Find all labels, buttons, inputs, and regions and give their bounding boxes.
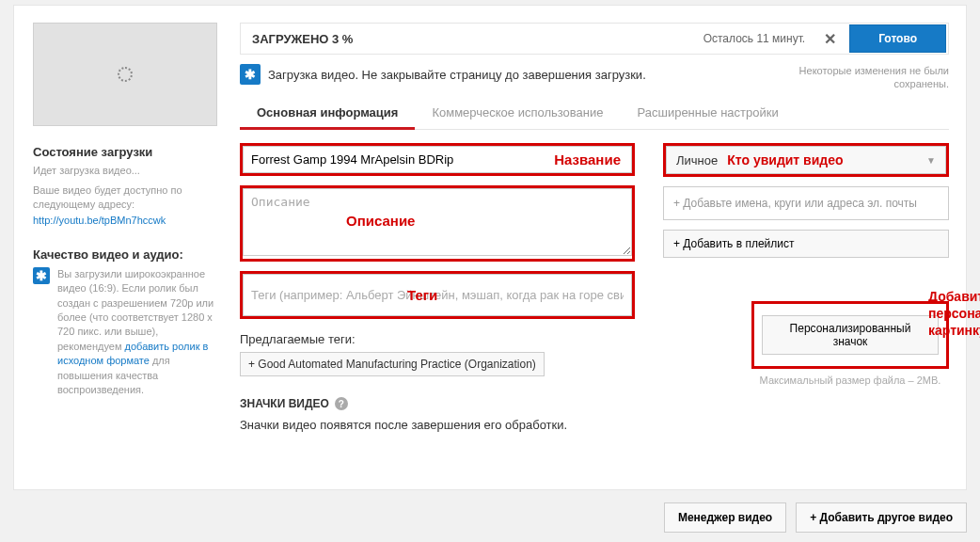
video-url-link[interactable]: http://youtu.be/tpBMn7hccwk [33, 215, 166, 226]
max-file-size: Максимальный размер файла – 2MB. [751, 375, 949, 386]
tab-basic[interactable]: Основная информация [240, 98, 415, 130]
video-url-intro: Ваше видео будет доступно по следующему … [33, 183, 217, 213]
upload-progress-bar: ЗАГРУЖЕНО 3 % Осталось 11 минут. ✕ Готов… [240, 23, 949, 55]
tags-annotation-box: Теги [240, 271, 635, 319]
upload-status-heading: Состояние загрузки [33, 145, 217, 159]
privacy-annotation-box: Личное Кто увидит видео ▼ [663, 143, 949, 177]
help-icon[interactable]: ? [335, 397, 348, 410]
upload-percent: ЗАГРУЖЕНО 3 % [252, 32, 703, 46]
description-annotation-box: Описание [240, 185, 635, 262]
loading-spinner-icon [118, 67, 133, 82]
upload-status-text: Идет загрузка видео... [33, 165, 217, 176]
quality-text: Вы загрузили широкоэкранное видео (16:9)… [57, 267, 217, 398]
uploading-message: Загрузка видео. Не закрывайте страницу д… [268, 68, 646, 82]
tab-advanced[interactable]: Расширенные настройки [621, 98, 796, 129]
left-sidebar: Состояние загрузки Идет загрузка видео..… [33, 23, 217, 432]
chevron-down-icon: ▼ [926, 155, 936, 166]
close-icon[interactable]: ✕ [818, 28, 842, 50]
custom-thumb-annotation-label: Добавить персональную картинку [928, 288, 980, 340]
thumbnails-subtext: Значки видео появятся после завершения е… [240, 418, 635, 432]
share-input[interactable]: + Добавьте имена, круги или адреса эл. п… [663, 186, 949, 220]
tab-commercial[interactable]: Коммерческое использование [415, 98, 620, 129]
done-button[interactable]: Готово [849, 24, 946, 53]
quality-heading: Качество видео и аудио: [33, 247, 217, 262]
privacy-annotation-label: Кто увидит видео [727, 152, 843, 167]
add-another-video-button[interactable]: + Добавить другое видео [796, 502, 967, 533]
save-status: Некоторые изменения не были сохранены. [799, 64, 949, 91]
video-manager-button[interactable]: Менеджер видео [664, 502, 786, 533]
asterisk-icon: ✱ [33, 267, 50, 284]
thumbnails-heading: ЗНАЧКИ ВИДЕО [240, 397, 329, 410]
time-remaining: Осталось 11 минут. [703, 32, 806, 45]
video-thumbnail-placeholder [33, 23, 217, 126]
title-annotation-box: Название [240, 143, 635, 176]
right-content: ЗАГРУЖЕНО 3 % Осталось 11 минут. ✕ Готов… [240, 23, 949, 432]
custom-thumbnail-area: Добавить персональную картинку Персонали… [751, 301, 949, 386]
description-textarea[interactable] [243, 188, 632, 256]
suggested-tag-button[interactable]: + Good Automated Manufacturing Practice … [240, 352, 545, 376]
add-playlist-button[interactable]: + Добавить в плейлист [663, 230, 949, 258]
privacy-value: Личное [676, 153, 718, 167]
title-input[interactable] [243, 146, 632, 173]
custom-thumb-annotation-box: Персонализированный значок [751, 301, 949, 369]
asterisk-icon: ✱ [240, 64, 261, 85]
tags-input[interactable] [243, 274, 632, 316]
upload-panel: Состояние загрузки Идет загрузка видео..… [13, 5, 967, 490]
custom-thumbnail-button[interactable]: Персонализированный значок [762, 315, 939, 355]
privacy-select[interactable]: Личное Кто увидит видео ▼ [666, 146, 946, 174]
suggested-tags-label: Предлагаемые теги: [240, 332, 635, 346]
tabs: Основная информация Коммерческое использ… [240, 98, 949, 130]
